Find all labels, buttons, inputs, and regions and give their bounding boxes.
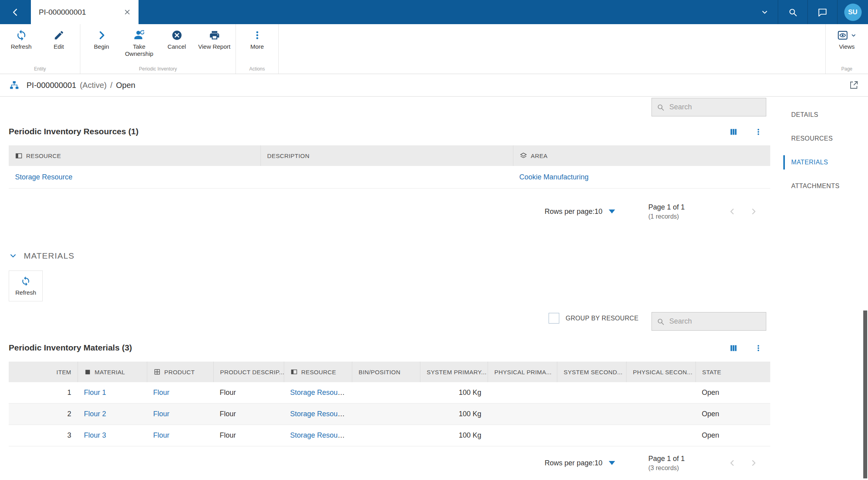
next-page-icon[interactable] (749, 458, 758, 468)
entity-tab[interactable]: PI-000000001 (31, 0, 139, 24)
search-icon (788, 8, 798, 17)
rows-per-page-dropdown-icon[interactable] (609, 461, 615, 465)
table-menu-icon[interactable] (754, 128, 762, 136)
materials-table-tools (729, 344, 762, 352)
columns-icon[interactable] (729, 344, 738, 352)
columns-icon[interactable] (729, 128, 738, 136)
tab-close-icon[interactable] (124, 9, 131, 15)
column-header-material[interactable]: MATERIAL (78, 362, 147, 382)
begin-button[interactable]: Begin (83, 28, 120, 50)
column-header-label: BIN/POSITION (359, 369, 401, 375)
cell-product: Flour (147, 389, 213, 397)
material-icon (84, 369, 91, 375)
views-label: Views (839, 43, 855, 50)
cancel-button[interactable]: Cancel (158, 28, 196, 50)
group-by-resource-control: GROUP BY RESOURCE (549, 313, 638, 324)
column-header-bin-position[interactable]: BIN/POSITION (352, 362, 420, 382)
take-ownership-button[interactable]: Take Ownership (120, 28, 158, 57)
materials-refresh-button[interactable]: Refresh (9, 270, 43, 301)
resource-link[interactable]: Storage Resource (290, 410, 348, 418)
refresh-button[interactable]: Refresh (2, 28, 40, 50)
collapse-chevron-icon[interactable] (9, 251, 17, 260)
messages-button[interactable] (807, 0, 837, 24)
back-button[interactable] (0, 0, 31, 24)
view-report-button[interactable]: View Report (196, 28, 233, 50)
group-by-resource-checkbox[interactable] (549, 313, 559, 324)
rows-per-page-label: Rows per page: (545, 208, 594, 216)
avatar[interactable]: SU (844, 4, 862, 21)
product-link[interactable]: Flour (153, 431, 169, 439)
resources-table-header: RESOURCE DESCRIPTION AREA (9, 145, 770, 166)
sidebar-item-attachments[interactable]: ATTACHMENTS (783, 174, 862, 198)
product-link[interactable]: Flour (153, 410, 169, 418)
edit-button[interactable]: Edit (40, 28, 78, 50)
material-link[interactable]: Flour 1 (84, 389, 106, 396)
column-header-system-secondary[interactable]: SYSTEM SECOND... (557, 362, 626, 382)
open-in-new-icon[interactable] (849, 80, 859, 90)
search-icon (657, 318, 665, 326)
column-header-area[interactable]: AREA (513, 145, 770, 166)
cell-state: Open (695, 389, 770, 397)
column-header-resource[interactable]: RESOURCE (284, 362, 352, 382)
toolbar-group-label-page: Page (826, 66, 868, 72)
materials-section-label: MATERIALS (24, 251, 74, 261)
resource-link[interactable]: Storage Resource (15, 173, 72, 181)
next-page-icon[interactable] (749, 207, 758, 216)
column-header-label: PRODUCT (164, 369, 195, 375)
resource-link[interactable]: Storage Resource (290, 431, 348, 439)
breadcrumb-status: (Active) (80, 81, 107, 90)
vertical-scrollbar[interactable] (863, 310, 867, 478)
resources-pagination: Rows per page:10 Page 1 of 1 (1 records) (9, 194, 770, 229)
column-header-product[interactable]: PRODUCT (147, 362, 213, 382)
global-search-button[interactable] (778, 0, 807, 24)
views-button[interactable]: Views (828, 28, 866, 50)
rows-per-page-label: Rows per page: (545, 459, 594, 467)
sidebar-item-materials[interactable]: MATERIALS (783, 150, 862, 174)
cell-product: Flour (147, 431, 213, 440)
ribbon-toolbar: Refresh Edit Entity Begin Take (0, 24, 868, 74)
materials-search-input[interactable] (669, 317, 761, 326)
cell-resource: Storage Resource (284, 410, 352, 418)
column-header-product-description[interactable]: PRODUCT DESCRIP... (213, 362, 284, 382)
resource-icon (15, 152, 23, 160)
column-header-physical-primary[interactable]: PHYSICAL PRIMA... (488, 362, 557, 382)
sidebar-item-details[interactable]: DETAILS (783, 103, 862, 127)
table-row: 2 Flour 2 Flour Flour Storage Resource 1… (9, 404, 770, 425)
column-header-label: ITEM (57, 369, 71, 375)
refresh-icon (15, 28, 27, 42)
column-header-label: SYSTEM PRIMARY... (427, 369, 486, 375)
column-header-physical-secondary[interactable]: PHYSICAL SECON... (626, 362, 695, 382)
cell-material: Flour 1 (78, 389, 147, 397)
resource-link[interactable]: Storage Resource (290, 389, 348, 396)
column-header-description[interactable]: DESCRIPTION (260, 145, 513, 166)
column-header-resource[interactable]: RESOURCE (9, 145, 260, 166)
more-button[interactable]: More (238, 28, 276, 50)
user-menu[interactable]: SU (837, 0, 868, 24)
previous-page-icon[interactable] (727, 458, 737, 468)
materials-table-title: Periodic Inventory Materials (3) (9, 343, 132, 352)
column-header-state[interactable]: STATE (695, 362, 770, 382)
entity-hierarchy-icon (9, 80, 19, 90)
material-link[interactable]: Flour 2 (84, 410, 106, 418)
previous-page-icon[interactable] (727, 207, 737, 216)
column-header-item[interactable]: ITEM (9, 362, 78, 382)
cell-system-primary: 100 Kg (420, 431, 488, 440)
cancel-label: Cancel (167, 43, 186, 50)
product-link[interactable]: Flour (153, 389, 169, 396)
rows-per-page-value: 10 (594, 459, 602, 467)
area-link[interactable]: Cookie Manufacturing (519, 173, 589, 181)
rows-per-page-dropdown-icon[interactable] (609, 210, 615, 213)
page-section-nav: DETAILS RESOURCES MATERIALS ATTACHMENTS (783, 97, 862, 198)
material-link[interactable]: Flour 3 (84, 431, 106, 439)
refresh-label: Refresh (11, 43, 32, 50)
tab-list-dropdown[interactable] (752, 0, 778, 24)
breadcrumb: PI-000000001 (Active) / Open (0, 74, 868, 97)
cell-state: Open (695, 410, 770, 418)
resources-search-input[interactable] (669, 103, 761, 112)
group-by-resource-label: GROUP BY RESOURCE (566, 315, 638, 322)
table-menu-icon[interactable] (754, 344, 762, 352)
tab-title: PI-000000001 (39, 8, 86, 17)
sidebar-item-resources[interactable]: RESOURCES (783, 127, 862, 150)
column-header-system-primary[interactable]: SYSTEM PRIMARY... (420, 362, 488, 382)
begin-label: Begin (94, 43, 109, 50)
